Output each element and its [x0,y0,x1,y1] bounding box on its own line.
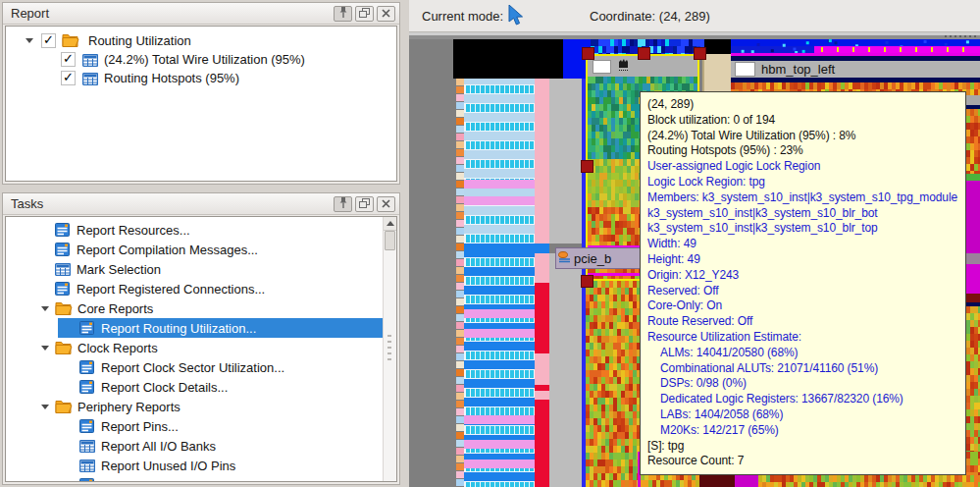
pcie-block-label[interactable]: pcie_b [555,247,653,269]
hbm-label-text: hbm_top_left [761,62,835,77]
tooltip-line: k3_system_s10_inst|k3_system_s10_blr_bot [647,206,958,222]
report-tree-item-label: (24.2%) Total Wire Utilization (95%) [104,52,305,67]
close-icon [382,6,390,21]
task-item[interactable]: Report Clock Sector Utilization... [6,357,384,377]
pin-button[interactable] [334,6,352,22]
task-item[interactable]: Report Placed Pins By I/O Standard... [6,475,384,482]
tasks-scrollbar[interactable] [383,217,396,481]
tooltip-line: Resource Count: 7 [647,454,958,469]
close-button[interactable] [377,6,395,22]
tooltip-line: Origin: X12_Y243 [647,268,958,284]
expand-arrow-icon[interactable] [26,38,33,43]
tooltip-line: Routing Hotspots (95%) : 23% [647,143,958,159]
checkbox[interactable]: ✓ [61,71,76,85]
tooltip-line: [S]: tpg [647,439,958,455]
llr-handle-top-center[interactable] [638,47,650,60]
llr-handle-top-right[interactable] [694,47,706,60]
task-item[interactable]: Report Compilation Messages... [6,240,384,259]
hbm-top-left-block-label[interactable]: hbm_top_left [731,61,980,79]
report-icon [79,419,94,437]
report-icon [79,360,94,378]
report-tree-item[interactable]: ✓(24.2%) Total Wire Utilization (95%) [6,50,396,69]
hbm-checkbox[interactable] [735,62,755,77]
vertical-splitter[interactable] [402,0,409,487]
report-tree-item[interactable]: ✓Routing Utilization [6,31,396,50]
report-icon [79,380,94,398]
task-item[interactable]: Clock Reports [6,338,384,357]
task-item-label: Report Placed Pins By I/O Standard... [101,478,315,482]
expand-arrow-icon[interactable] [41,306,49,311]
llr-handle-bottom-left[interactable] [581,275,593,288]
expand-arrow-icon[interactable] [41,346,49,351]
chip-floorplan-view: hbm_top_left pcie_b (24, 289)Block utili… [409,32,980,487]
pin-icon [338,6,348,22]
llr-region-icon [617,58,631,76]
close-button[interactable] [377,196,395,212]
task-item-label: Report All I/O Banks [101,439,216,454]
task-item-label: Report Clock Details... [101,380,228,395]
scroll-up-button[interactable] [384,217,396,231]
checkbox[interactable]: ✓ [61,52,76,67]
tooltip-line: User-assigned Logic Lock Region [647,159,958,175]
table-icon [82,72,98,89]
task-item-label: Report Pins... [101,419,179,434]
llr-handle-left-middle[interactable] [581,160,593,173]
report-panel: Report ✓Routing Utilization✓(24.2%) Tota… [2,2,400,185]
llr-handle-top-left[interactable] [582,47,594,60]
current-mode-label: Current mode: [422,9,503,24]
task-item[interactable]: Report Pins... [6,416,384,436]
float-icon [359,196,370,211]
report-tree-item-label: Routing Utilization [88,33,191,48]
task-item-label: Report Resources... [77,223,190,238]
mode-toolbar: Current mode: Coordinate: (24, 289) [409,0,980,32]
report-icon [79,321,94,339]
expand-arrow-icon[interactable] [41,405,49,409]
task-item-label: Report Compilation Messages... [77,243,258,257]
task-item-label: Periphery Reports [77,400,181,414]
task-item-label: Report Routing Utilization... [101,321,256,336]
report-icon [55,223,70,241]
llr-checkbox[interactable] [593,60,611,74]
tooltip-line: Logic Lock Region: tpg [647,175,958,190]
tooltip-line: Resource Utilization Estimate: [647,330,958,346]
scrollbar-dots [387,335,391,364]
float-button[interactable] [355,196,374,212]
report-panel-titlebar: Report [3,3,399,25]
float-button[interactable] [355,6,374,22]
folder-icon [55,400,73,417]
report-icon [55,282,70,299]
tooltip-line: Core-Only: On [647,298,958,314]
chip-planner-window: Report ✓Routing Utilization✓(24.2%) Tota… [0,0,980,487]
task-item[interactable]: Mark Selection [6,259,384,279]
scrollbar-thumb[interactable] [385,231,395,250]
tasks-panel-titlebar: Tasks [3,193,399,215]
task-item[interactable]: Report Unused I/O Pins [6,456,384,475]
tooltip-line: (24.2%) Total Wire Utilization (95%) : 8… [647,129,958,144]
task-item-label: Report Clock Sector Utilization... [101,360,284,375]
pcie-label-text: pcie_b [574,251,611,266]
tooltip-line: ALMs: 14041/20580 (68%) [647,346,958,361]
report-tree: ✓Routing Utilization✓(24.2%) Total Wire … [5,26,397,182]
report-icon [79,478,94,482]
task-item[interactable]: Core Reports [6,298,384,318]
task-item-label: Mark Selection [77,262,161,277]
task-item[interactable]: Report Routing Utilization... [6,318,384,338]
folder-icon [62,33,79,51]
checkbox[interactable]: ✓ [41,33,56,48]
tooltip-line: M20Ks: 142/217 (65%) [647,423,958,439]
report-panel-title: Report [11,6,331,21]
pin-button[interactable] [334,196,352,212]
task-item[interactable]: Report Registered Connections... [6,279,384,298]
tooltip-line: Height: 49 [647,252,958,268]
report-tree-item[interactable]: ✓Routing Hotspots (95%) [6,69,396,87]
task-item[interactable]: Periphery Reports [6,397,384,416]
task-item[interactable]: Report Clock Details... [6,377,384,397]
tooltip-line: DSPs: 0/98 (0%) [647,376,958,392]
left-dock: Report ✓Routing Utilization✓(24.2%) Tota… [0,0,402,487]
task-item[interactable]: Report All I/O Banks [6,436,384,456]
task-item[interactable]: Report Resources... [6,220,384,240]
tooltip-line: (24, 289) [647,97,958,113]
tooltip-line: k3_system_s10_inst|k3_system_s10_blr_top [647,221,958,237]
selection-cursor-icon [508,5,525,30]
pcie-block-icon [558,249,571,267]
